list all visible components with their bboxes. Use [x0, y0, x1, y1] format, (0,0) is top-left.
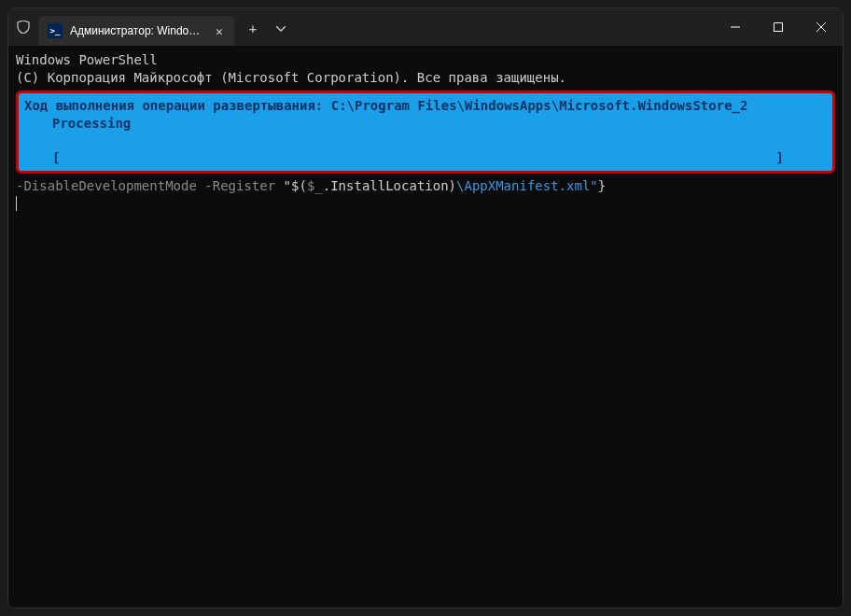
- cmd-text: \AppXManifest.xml": [456, 178, 598, 193]
- output-line: (C) Корпорация Майкрософт (Microsoft Cor…: [16, 70, 566, 85]
- new-tab-button[interactable]: +: [238, 14, 268, 44]
- close-button[interactable]: [800, 8, 843, 46]
- tab-powershell[interactable]: >_ Администратор: Windows Po ✕: [38, 16, 234, 46]
- cmd-text: ): [449, 178, 456, 193]
- cmd-text: }: [598, 178, 606, 193]
- close-tab-icon[interactable]: ✕: [212, 23, 227, 38]
- minimize-button[interactable]: [714, 8, 757, 46]
- cmd-text: "$(: [284, 178, 307, 193]
- tab-dropdown-icon[interactable]: [268, 14, 294, 44]
- progress-title: Ход выполнения операции развертывания: C…: [24, 98, 747, 113]
- svg-rect-1: [774, 23, 783, 32]
- powershell-icon: >_: [48, 23, 63, 38]
- maximize-button[interactable]: [757, 8, 800, 46]
- progress-bar: [ ]: [24, 149, 827, 167]
- cmd-text: -DisableDevelopmentMode -Register: [16, 178, 284, 193]
- titlebar: >_ Администратор: Windows Po ✕ +: [8, 8, 843, 46]
- window-controls: [714, 8, 843, 46]
- titlebar-left: >_ Администратор: Windows Po ✕ +: [8, 8, 714, 46]
- progress-status: Processing: [24, 115, 827, 133]
- cmd-text: $_: [307, 178, 323, 193]
- progress-block: Ход выполнения операции развертывания: C…: [16, 91, 835, 175]
- terminal-output[interactable]: Windows PowerShell (C) Корпорация Майкро…: [8, 46, 843, 608]
- cmd-text: .InstallLocation: [323, 178, 449, 193]
- shield-icon: [16, 20, 31, 35]
- output-line: Windows PowerShell: [16, 52, 158, 67]
- cursor: [16, 196, 17, 211]
- terminal-window: >_ Администратор: Windows Po ✕ + Windows…: [7, 7, 844, 609]
- tab-title: Администратор: Windows Po: [70, 24, 206, 37]
